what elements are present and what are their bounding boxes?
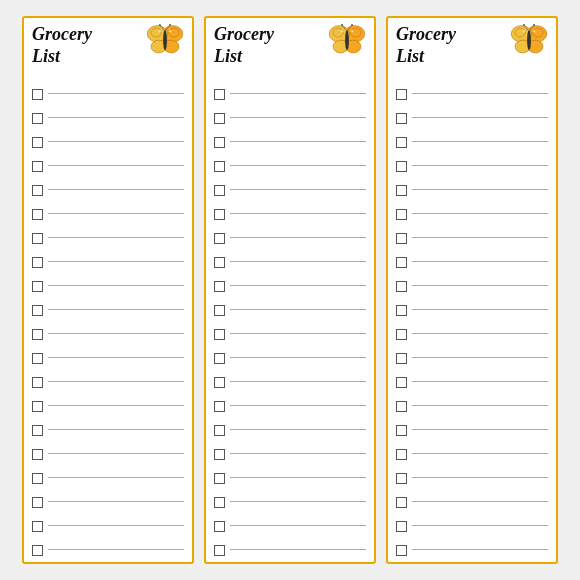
checkbox[interactable]	[214, 497, 225, 508]
checkbox[interactable]	[32, 401, 43, 412]
checkbox[interactable]	[214, 137, 225, 148]
checkbox[interactable]	[32, 89, 43, 100]
svg-point-36	[533, 24, 535, 26]
checkbox[interactable]	[214, 113, 225, 124]
checkbox[interactable]	[32, 185, 43, 196]
checkbox[interactable]	[396, 425, 407, 436]
list-item	[32, 82, 184, 106]
item-line	[230, 93, 366, 94]
list-item	[396, 250, 548, 274]
checkbox[interactable]	[32, 257, 43, 268]
checkbox[interactable]	[396, 545, 407, 556]
list-item	[214, 154, 366, 178]
checkbox[interactable]	[214, 473, 225, 484]
checkbox[interactable]	[32, 353, 43, 364]
checkbox[interactable]	[396, 233, 407, 244]
svg-point-6	[163, 30, 167, 50]
checkbox[interactable]	[396, 137, 407, 148]
checkbox[interactable]	[32, 449, 43, 460]
item-line	[230, 141, 366, 142]
checkbox[interactable]	[214, 185, 225, 196]
checkbox[interactable]	[32, 497, 43, 508]
checkbox[interactable]	[396, 497, 407, 508]
list-item	[32, 322, 184, 346]
checkbox[interactable]	[396, 113, 407, 124]
checkbox[interactable]	[32, 425, 43, 436]
svg-point-38	[523, 30, 526, 33]
item-line	[412, 381, 548, 382]
grocery-list-card-2: GroceryList	[204, 16, 376, 564]
list-item	[214, 322, 366, 346]
checkbox[interactable]	[32, 377, 43, 388]
checkbox[interactable]	[214, 401, 225, 412]
checkbox[interactable]	[214, 233, 225, 244]
list-item	[214, 346, 366, 370]
checkbox[interactable]	[32, 329, 43, 340]
checkbox[interactable]	[214, 425, 225, 436]
checkbox[interactable]	[32, 161, 43, 172]
checkbox[interactable]	[396, 209, 407, 220]
list-item	[32, 490, 184, 514]
svg-point-10	[169, 24, 171, 26]
checkbox[interactable]	[214, 545, 225, 556]
item-line	[412, 93, 548, 94]
list-item	[396, 346, 548, 370]
checkbox[interactable]	[214, 209, 225, 220]
checkbox[interactable]	[396, 449, 407, 460]
item-line	[48, 213, 184, 214]
checkbox[interactable]	[396, 353, 407, 364]
item-line	[412, 405, 548, 406]
checkbox[interactable]	[396, 257, 407, 268]
checkbox[interactable]	[214, 353, 225, 364]
checkbox[interactable]	[396, 521, 407, 532]
checkbox[interactable]	[32, 209, 43, 220]
list-item	[396, 418, 548, 442]
grocery-list-card-3: GroceryList	[386, 16, 558, 564]
checkbox[interactable]	[32, 521, 43, 532]
checkbox[interactable]	[396, 473, 407, 484]
checkbox[interactable]	[214, 377, 225, 388]
checkbox[interactable]	[32, 281, 43, 292]
checkbox[interactable]	[32, 233, 43, 244]
checkbox[interactable]	[214, 161, 225, 172]
item-line	[412, 189, 548, 190]
item-line	[230, 477, 366, 478]
checkbox[interactable]	[396, 377, 407, 388]
checkbox[interactable]	[32, 473, 43, 484]
checkbox[interactable]	[396, 305, 407, 316]
list-item	[32, 514, 184, 538]
item-line	[230, 429, 366, 430]
item-line	[48, 165, 184, 166]
checkbox[interactable]	[396, 329, 407, 340]
checkbox[interactable]	[214, 305, 225, 316]
checkbox[interactable]	[396, 185, 407, 196]
checkbox[interactable]	[214, 449, 225, 460]
checkbox[interactable]	[214, 521, 225, 532]
checkbox[interactable]	[32, 545, 43, 556]
list-item	[32, 274, 184, 298]
item-line	[412, 261, 548, 262]
list-item	[214, 82, 366, 106]
list-item	[214, 202, 366, 226]
card-title-3: GroceryList	[396, 24, 508, 67]
checkbox[interactable]	[214, 329, 225, 340]
list-item	[32, 250, 184, 274]
items-list-3	[396, 82, 548, 562]
checkbox[interactable]	[396, 89, 407, 100]
checkbox[interactable]	[32, 137, 43, 148]
checkbox[interactable]	[214, 257, 225, 268]
svg-point-34	[523, 24, 525, 26]
checkbox[interactable]	[396, 281, 407, 292]
checkbox[interactable]	[32, 305, 43, 316]
list-item	[32, 106, 184, 130]
list-item	[32, 202, 184, 226]
checkbox[interactable]	[396, 401, 407, 412]
item-line	[230, 237, 366, 238]
item-line	[230, 165, 366, 166]
checkbox[interactable]	[214, 89, 225, 100]
list-item	[214, 274, 366, 298]
checkbox[interactable]	[214, 281, 225, 292]
checkbox[interactable]	[396, 161, 407, 172]
checkbox[interactable]	[32, 113, 43, 124]
list-item	[214, 442, 366, 466]
